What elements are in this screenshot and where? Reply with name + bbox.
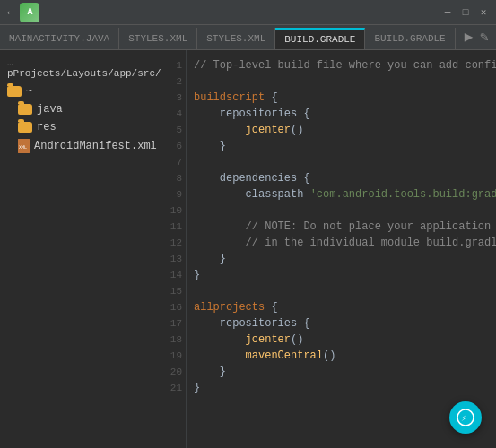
sidebar-item-root[interactable]: ~ [0, 82, 161, 100]
line-number: 4 [165, 106, 182, 122]
line-number: 21 [165, 380, 182, 396]
edit-button[interactable]: ✎ [480, 28, 489, 46]
code-line: mavenCentral() [194, 348, 489, 364]
line-number: 3 [165, 90, 182, 106]
app-icon: A [20, 3, 39, 22]
line-number: 16 [165, 299, 182, 315]
code-line: jcenter() [194, 122, 489, 138]
code-line: // NOTE: Do not place your application d… [194, 219, 489, 235]
code-line [194, 202, 489, 219]
sidebar-item-label: ~ [26, 85, 32, 98]
code-line: } [194, 251, 489, 267]
code-line: repositories { [194, 106, 489, 122]
folder-icon [7, 86, 22, 97]
code-line: } [194, 380, 489, 396]
line-number: 7 [165, 154, 182, 170]
code-line [194, 73, 489, 90]
line-number: 13 [165, 251, 182, 267]
code-line: // in the individual module build.gradle… [194, 235, 489, 251]
sidebar-item-label: res [37, 121, 57, 134]
line-number: 10 [165, 202, 182, 219]
code-line: allprojects { [194, 299, 489, 315]
fab-button[interactable]: ⚡ [449, 401, 482, 434]
tab-mainactivity[interactable]: MAINACTIVITY.JAVA [0, 28, 119, 49]
line-number: 17 [165, 315, 182, 332]
line-number: 1 [165, 57, 182, 73]
sidebar-item-label: java [37, 103, 63, 116]
line-number: 14 [165, 267, 182, 283]
tab-buildgradle1[interactable]: BUILD.GRADLE [275, 28, 365, 49]
tab-styles2[interactable]: STYLES.XML [197, 28, 275, 49]
code-line [194, 154, 489, 170]
folder-icon [18, 104, 32, 115]
tab-buildgradle2[interactable]: BUILD.GRADLE [365, 28, 455, 49]
code-line: buildscript { [194, 90, 489, 106]
tab-styles1[interactable]: STYLES.XML [119, 28, 197, 49]
line-number: 19 [165, 348, 182, 364]
main-content: …pProjects/Layouts/app/src/main ⋮ ~ java… [0, 50, 496, 448]
sidebar-item-label: AndroidManifest.xml [34, 140, 157, 152]
maximize-button[interactable]: □ [460, 7, 471, 18]
code-line [194, 283, 489, 299]
line-number: 11 [165, 219, 182, 235]
code-line: jcenter() [194, 332, 489, 348]
line-number: 6 [165, 138, 182, 154]
title-bar: ← A ─ □ ✕ [0, 0, 496, 25]
xml-file-icon: XML [18, 139, 30, 153]
line-number: 12 [165, 235, 182, 251]
svg-text:⚡: ⚡ [461, 413, 466, 423]
line-number: 15 [165, 283, 182, 299]
minimize-button[interactable]: ─ [442, 7, 453, 18]
play-button[interactable]: ▶ [465, 28, 474, 46]
sidebar-item-java[interactable]: java [0, 100, 161, 118]
sidebar-path: …pProjects/Layouts/app/src/main [7, 57, 161, 79]
back-button[interactable]: ← [7, 5, 14, 20]
line-number: 20 [165, 364, 182, 380]
code-line: dependencies { [194, 170, 489, 186]
close-button[interactable]: ✕ [478, 7, 489, 18]
code-line: repositories { [194, 315, 489, 332]
line-numbers: 123456789101112131415161718192021 [161, 50, 187, 448]
sidebar-header: …pProjects/Layouts/app/src/main ⋮ [0, 54, 161, 82]
code-line: } [194, 364, 489, 380]
svg-text:XML: XML [19, 144, 27, 150]
code-line: classpath 'com.android.tools.build:gradl… [194, 186, 489, 202]
code-content[interactable]: // Top-level build file where you can ad… [187, 50, 496, 448]
line-number: 18 [165, 332, 182, 348]
sidebar: …pProjects/Layouts/app/src/main ⋮ ~ java… [0, 50, 161, 448]
code-editor[interactable]: 123456789101112131415161718192021 // Top… [161, 50, 496, 448]
sidebar-item-androidmanifest[interactable]: XML AndroidManifest.xml [0, 136, 161, 156]
code-line: } [194, 267, 489, 283]
code-line: // Top-level build file where you can ad… [194, 57, 489, 73]
code-line: } [194, 138, 489, 154]
line-number: 9 [165, 186, 182, 202]
tabs-bar: MAINACTIVITY.JAVA STYLES.XML STYLES.XML … [0, 25, 496, 50]
line-number: 2 [165, 73, 182, 90]
line-number: 5 [165, 122, 182, 138]
folder-icon [18, 122, 32, 133]
sidebar-item-res[interactable]: res [0, 118, 161, 136]
line-number: 8 [165, 170, 182, 186]
